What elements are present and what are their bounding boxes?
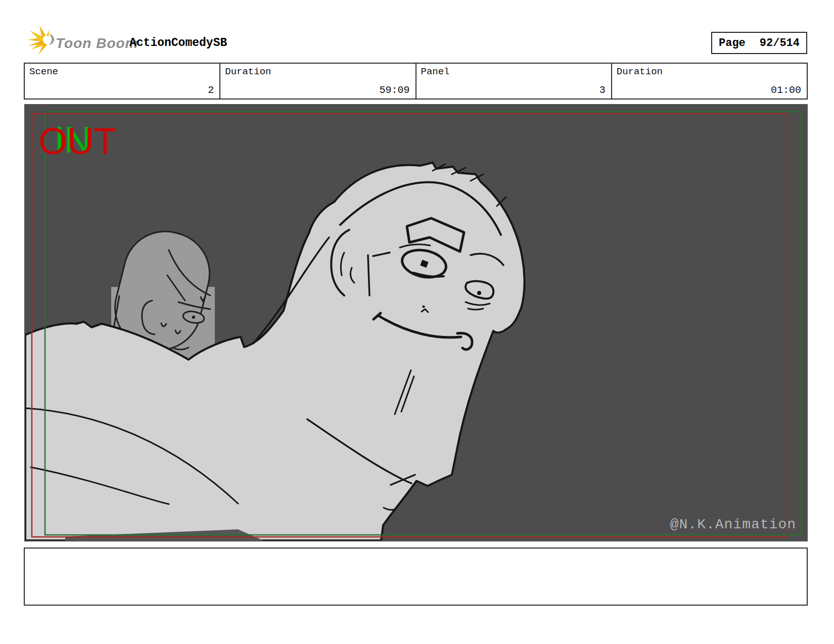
storyboard-drawing	[25, 105, 807, 540]
info-cell-scene-duration: Duration 59:09	[219, 64, 415, 98]
page-label: Page	[719, 37, 746, 49]
page-value: 92/514	[760, 37, 800, 49]
scene-duration-label: Duration	[225, 66, 271, 77]
panel-duration-label: Duration	[617, 66, 663, 77]
scene-duration-value: 59:09	[379, 84, 409, 96]
info-cell-panel-duration: Duration 01:00	[611, 64, 807, 98]
toonboom-logo-text: Toon Boom	[56, 35, 138, 52]
panel-duration-value: 01:00	[771, 84, 801, 96]
storyboard-page: Toon Boom ActionComedySB Page 92/514 Sce…	[0, 0, 834, 644]
project-title: ActionComedySB	[129, 36, 227, 49]
scene-value: 2	[208, 84, 214, 96]
caption-box	[24, 548, 808, 606]
toonboom-logo-icon	[26, 24, 56, 56]
panel-label: Panel	[421, 66, 450, 77]
camera-out-label: OUT	[38, 123, 116, 160]
artist-watermark: @N.K.Animation	[670, 517, 796, 532]
scene-label: Scene	[29, 66, 58, 77]
info-cell-panel: Panel 3	[415, 64, 611, 98]
panel-info-table: Scene 2 Duration 59:09 Panel 3 Duration …	[24, 63, 808, 100]
storyboard-panel: IN OUT @N.K.Animation	[24, 104, 808, 541]
info-cell-scene: Scene 2	[25, 64, 219, 98]
page-number-box: Page 92/514	[711, 32, 807, 54]
panel-value: 3	[599, 84, 606, 96]
